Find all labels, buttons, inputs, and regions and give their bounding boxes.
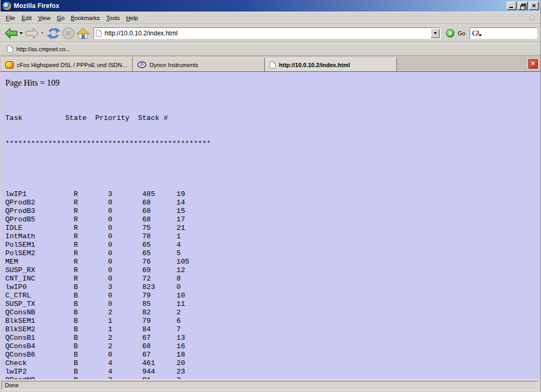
go-arrow-icon (449, 31, 452, 35)
go-label: Go (458, 30, 465, 36)
stop-button[interactable] (61, 26, 76, 41)
table-row: CNT_INC R 0 72 8 (5, 275, 540, 283)
task-table: Task State Priority Stack # ************… (5, 97, 540, 379)
throbber-icon (529, 15, 535, 21)
table-separator: ****************************************… (5, 139, 540, 148)
status-bar: Done (1, 379, 540, 392)
menu-file[interactable]: File (3, 13, 18, 23)
bookmark-label: http://as.cmpnet.co... (16, 46, 70, 52)
document-icon (269, 61, 276, 69)
browser-window: Mozilla Firefox × File Edit View Go Book… (0, 0, 541, 392)
table-row: IntMath R 0 78 1 (5, 232, 540, 241)
reload-button[interactable] (46, 26, 61, 41)
table-row: Check B 4 461 20 (5, 359, 540, 368)
close-button[interactable]: × (529, 2, 539, 10)
back-button[interactable] (4, 26, 18, 41)
menu-bar: File Edit View Go Bookmarks Tools Help (1, 12, 540, 24)
table-blank-line (5, 165, 540, 173)
page-content: Page Hits = 109 Task State Priority Stac… (1, 72, 540, 379)
table-row: SUSP_TX B 0 85 11 (5, 300, 540, 309)
forward-button[interactable] (25, 26, 40, 41)
table-row: QProdB3 R 0 68 15 (5, 207, 540, 216)
tab-active-index[interactable]: http://10.0.10.2/index.html (266, 58, 397, 71)
table-row: BlkSEM1 B 1 79 6 (5, 317, 540, 325)
table-row: QConsB6 B 0 67 18 (5, 351, 540, 359)
home-button[interactable] (76, 26, 90, 41)
title-bar: Mozilla Firefox × (1, 0, 540, 12)
table-row: C_CTRL B 0 79 10 (5, 292, 540, 300)
navigation-toolbar: http://10.0.10.2/index.html Go G (1, 24, 540, 42)
table-header: Task State Priority Stack # (5, 114, 540, 123)
close-tab-button[interactable]: × (528, 59, 538, 69)
go-button[interactable] (446, 29, 454, 38)
table-row: MEM R 0 76 105 (5, 258, 540, 266)
table-row: SUSP_RX R 0 69 12 (5, 266, 540, 275)
table-row: QConsB4 B 2 68 16 (5, 342, 540, 351)
table-row: lwIP2 B 4 944 23 (5, 368, 540, 376)
minimize-button[interactable] (507, 2, 517, 10)
back-dropdown-caret[interactable] (20, 32, 23, 34)
tab-label: cFos Highspeed DSL / PPPoE und ISDN CAP.… (17, 62, 129, 68)
tab-strip: cFos Highspeed DSL / PPPoE und ISDN CAP.… (1, 55, 540, 72)
tab-cfos[interactable]: cFos Highspeed DSL / PPPoE und ISDN CAP.… (2, 58, 133, 71)
tab-label: Dynon Instruments (150, 62, 198, 68)
close-tab-icon: × (531, 60, 535, 67)
table-row: BlkSEM2 B 1 84 7 (5, 325, 540, 334)
search-input[interactable]: G (470, 27, 537, 39)
close-icon: × (532, 3, 536, 9)
tab-label: http://10.0.10.2/index.html (279, 62, 350, 68)
table-row: lwIP0 B 3 823 0 (5, 283, 540, 292)
svg-text:G: G (472, 29, 478, 38)
url-bar[interactable]: http://10.0.10.2/index.html (94, 27, 441, 39)
dynon-icon: D (137, 61, 146, 68)
menu-edit[interactable]: Edit (18, 13, 35, 23)
table-row: PolSEM2 R 0 65 5 (5, 249, 540, 258)
url-dropdown-button[interactable] (431, 29, 440, 38)
menu-help[interactable]: Help (123, 13, 142, 23)
task-table-rows: lwIP1 R 3 485 19QProdB2 R 0 68 14QProdB3… (5, 190, 540, 379)
forward-arrow-icon (25, 27, 39, 39)
url-input[interactable]: http://10.0.10.2/index.html (105, 30, 431, 37)
forward-dropdown-caret[interactable] (41, 32, 44, 34)
page-icon (96, 30, 102, 37)
tab-dynon[interactable]: D Dynon Instruments (134, 58, 265, 71)
menu-tools[interactable]: Tools (103, 13, 123, 23)
firefox-logo-icon (3, 2, 11, 10)
status-text: Done (2, 381, 538, 390)
menu-go[interactable]: Go (53, 13, 68, 23)
table-row: QProdB2 R 0 68 14 (5, 199, 540, 207)
minimize-icon (509, 7, 513, 8)
bookmarks-toolbar: http://as.cmpnet.co... (1, 42, 540, 55)
reload-icon (46, 27, 61, 40)
page-hits-text: Page Hits = 109 (5, 78, 540, 88)
table-row: lwIP1 R 3 485 19 (5, 190, 540, 199)
table-row: QConsNB B 2 82 2 (5, 309, 540, 317)
restore-button[interactable] (518, 2, 528, 10)
cfos-icon (5, 61, 14, 69)
back-arrow-icon (4, 27, 18, 39)
table-row: IDLE R 0 75 21 (5, 224, 540, 232)
table-row: PolSEM1 R 0 65 4 (5, 241, 540, 249)
stop-icon (62, 27, 75, 40)
window-title: Mozilla Firefox (14, 2, 506, 10)
search-engine-caret[interactable] (479, 34, 482, 36)
chevron-down-icon (434, 32, 437, 34)
menu-bookmarks[interactable]: Bookmarks (68, 13, 103, 23)
bookmark-page-icon (7, 45, 13, 53)
table-row: QProdB5 R 0 68 17 (5, 216, 540, 224)
restore-icon (520, 4, 525, 7)
home-icon (76, 27, 90, 40)
table-row: QConsB1 B 2 67 13 (5, 334, 540, 342)
bookmark-item[interactable]: http://as.cmpnet.co... (5, 44, 72, 54)
menu-view[interactable]: View (35, 13, 54, 23)
